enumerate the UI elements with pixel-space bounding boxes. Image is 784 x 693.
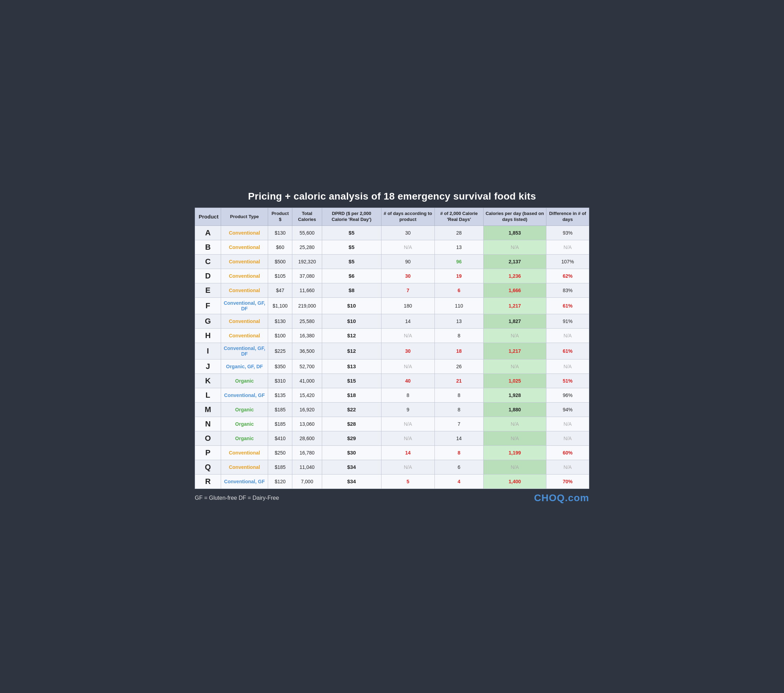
product-letter: B [205, 243, 211, 251]
days-product-value: N/A [404, 364, 412, 369]
cell-total-calories: 55,600 [292, 225, 322, 240]
days-product-value: 40 [405, 378, 411, 384]
cell-dprd: $5 [322, 254, 381, 269]
product-type-label: Conventional [229, 333, 260, 338]
table-row: KOrganic$31041,000$1540211,02551% [195, 373, 589, 388]
cell-price: $120 [268, 474, 292, 489]
table-row: EConventional$4711,660$8761,66683% [195, 283, 589, 297]
footer: GF = Gluten-free DF = Dairy-Free CHOQ.co… [195, 493, 589, 504]
cell-days-product: 14 [381, 314, 435, 328]
cell-total-calories: 219,000 [292, 297, 322, 314]
table-row: QConventional$18511,040$34N/A6N/AN/A [195, 460, 589, 474]
product-type-label: Conventional, GF, DF [224, 345, 265, 357]
cell-days-real: 8 [435, 328, 484, 343]
brand-com: com [568, 493, 589, 503]
product-letter: H [205, 331, 211, 340]
cell-days-real: 28 [435, 225, 484, 240]
cell-product-id: B [195, 240, 221, 254]
main-container: Pricing + caloric analysis of 18 emergen… [188, 184, 596, 509]
data-table-wrapper: Product Product Type Product $ Total Cal… [195, 208, 589, 489]
product-type-label: Conventional [229, 319, 260, 324]
cell-product-type: Conventional, GF [221, 474, 268, 489]
cell-price: $105 [268, 269, 292, 283]
cell-product-type: Conventional [221, 240, 268, 254]
cell-calories-per-day: 1,236 [483, 269, 546, 283]
cell-price: $135 [268, 388, 292, 402]
cell-dprd: $6 [322, 269, 381, 283]
cell-product-id: C [195, 254, 221, 269]
cell-total-calories: 7,000 [292, 474, 322, 489]
cell-calories-per-day: N/A [483, 328, 546, 343]
cell-difference: N/A [546, 417, 589, 431]
cell-days-real: 8 [435, 445, 484, 460]
cell-product-id: P [195, 445, 221, 460]
header-days-product: # of days according to product [381, 208, 435, 226]
cell-days-real: 26 [435, 359, 484, 373]
days-product-value: 5 [407, 479, 409, 484]
header-calories-per-day: Calories per day (based on days listed) [483, 208, 546, 226]
table-row: BConventional$6025,280$5N/A13N/AN/A [195, 240, 589, 254]
dprd-value: $6 [349, 273, 354, 279]
brand-logo: CHOQ.com [534, 493, 589, 504]
cell-product-id: E [195, 283, 221, 297]
cell-days-product: 30 [381, 269, 435, 283]
cell-calories-per-day: N/A [483, 460, 546, 474]
product-type-label: Conventional [229, 230, 260, 236]
table-row: OOrganic$41028,600$29N/A14N/AN/A [195, 431, 589, 445]
cell-total-calories: 25,580 [292, 314, 322, 328]
cell-product-id: A [195, 225, 221, 240]
cell-dprd: $12 [322, 343, 381, 359]
cal-day-value: 1,853 [509, 230, 521, 236]
cell-total-calories: 41,000 [292, 373, 322, 388]
days-real-value: 4 [458, 479, 460, 484]
product-letter: G [205, 317, 211, 325]
cal-day-value: 1,236 [509, 273, 521, 279]
cell-calories-per-day: 1,199 [483, 445, 546, 460]
header-total-calories: Total Calories [292, 208, 322, 226]
cell-difference: 83% [546, 283, 589, 297]
dprd-value: $30 [347, 450, 356, 456]
cell-difference: 51% [546, 373, 589, 388]
page-title: Pricing + caloric analysis of 18 emergen… [195, 191, 589, 202]
product-letter: J [206, 362, 210, 371]
cal-day-value: N/A [511, 245, 519, 250]
table-row: IConventional, GF, DF$22536,500$1230181,… [195, 343, 589, 359]
cal-day-value: N/A [511, 333, 519, 338]
cal-day-value: 1,827 [509, 319, 521, 324]
cell-days-product: N/A [381, 240, 435, 254]
cell-total-calories: 25,280 [292, 240, 322, 254]
cell-days-real: 14 [435, 431, 484, 445]
cell-difference: N/A [546, 240, 589, 254]
cell-dprd: $15 [322, 373, 381, 388]
cell-product-type: Conventional [221, 269, 268, 283]
table-row: JOrganic, GF, DF$35052,700$13N/A26N/AN/A [195, 359, 589, 373]
cell-difference: 60% [546, 445, 589, 460]
product-type-label: Organic [235, 435, 254, 441]
cell-price: $500 [268, 254, 292, 269]
cell-days-real: 7 [435, 417, 484, 431]
cal-day-value: 1,928 [509, 392, 521, 398]
cell-dprd: $12 [322, 328, 381, 343]
cell-dprd: $13 [322, 359, 381, 373]
header-product-dollar: Product $ [268, 208, 292, 226]
cell-days-product: 40 [381, 373, 435, 388]
cell-product-id: K [195, 373, 221, 388]
cell-total-calories: 13,060 [292, 417, 322, 431]
dprd-value: $12 [347, 332, 356, 338]
cell-days-real: 110 [435, 297, 484, 314]
cell-total-calories: 52,700 [292, 359, 322, 373]
cell-calories-per-day: 2,137 [483, 254, 546, 269]
dprd-value: $22 [347, 406, 356, 412]
dprd-value: $15 [347, 378, 356, 384]
cell-product-id: O [195, 431, 221, 445]
cell-difference: N/A [546, 359, 589, 373]
difference-value: N/A [563, 421, 572, 427]
cell-price: $310 [268, 373, 292, 388]
cell-product-type: Conventional [221, 328, 268, 343]
cell-days-real: 18 [435, 343, 484, 359]
cell-difference: 91% [546, 314, 589, 328]
product-letter: D [205, 271, 211, 280]
dprd-value: $34 [347, 464, 356, 470]
cell-price: $350 [268, 359, 292, 373]
cell-price: $185 [268, 402, 292, 417]
